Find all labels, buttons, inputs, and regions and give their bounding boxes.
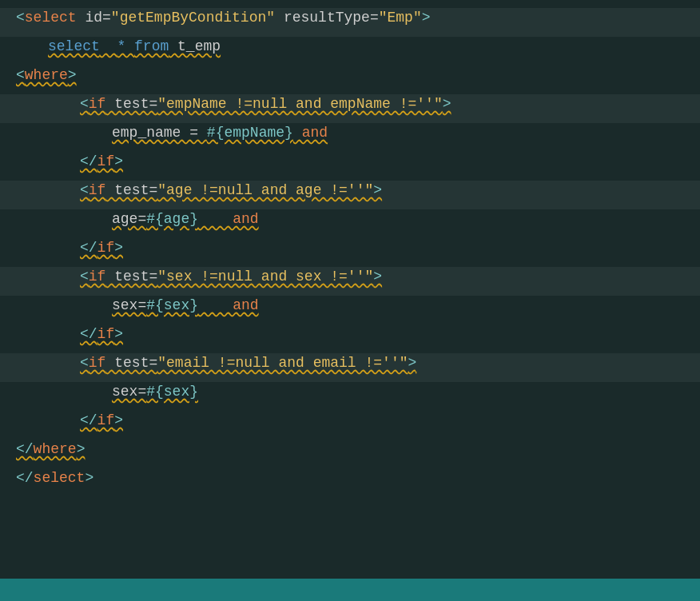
- code-token: id=: [77, 10, 111, 26]
- code-token: <: [16, 10, 25, 26]
- code-token: #{age}: [146, 211, 198, 227]
- line-content: </if>: [0, 240, 123, 256]
- code-token: <: [80, 182, 89, 198]
- line-content: emp_name = #{empName} and: [0, 125, 328, 141]
- line-content: </select>: [0, 470, 93, 486]
- code-token: </: [16, 441, 34, 457]
- code-token: if: [89, 269, 106, 285]
- code-token: >: [85, 470, 93, 486]
- code-token: t_emp: [169, 38, 221, 54]
- code-token: <: [80, 269, 89, 285]
- code-token: >: [77, 441, 86, 457]
- code-token: and: [198, 211, 259, 227]
- code-token: select: [25, 10, 77, 26]
- line-content: select * from t_emp: [0, 38, 221, 54]
- code-token: where: [25, 67, 68, 83]
- code-token: emp_name =: [112, 125, 207, 141]
- code-token: select: [48, 38, 100, 54]
- line-content: </if>: [0, 153, 123, 169]
- line-content: sex=#{sex} and: [0, 297, 259, 313]
- code-token: #{empName}: [207, 125, 293, 141]
- code-line: sex=#{sex}: [0, 382, 700, 411]
- code-editor: <select id="getEmpByCondition" resultTyp…: [0, 0, 700, 601]
- code-line: <if test="email !=null and email !=''">: [0, 353, 700, 382]
- code-line: <select id="getEmpByCondition" resultTyp…: [0, 8, 700, 37]
- code-token: >: [114, 326, 123, 342]
- line-content: age=#{age} and: [0, 211, 259, 227]
- line-content: <where>: [0, 67, 77, 83]
- code-line: sex=#{sex} and: [0, 296, 700, 324]
- code-token: if: [97, 153, 115, 169]
- code-token: </: [80, 153, 97, 169]
- code-token: test=: [105, 182, 157, 198]
- code-token: #{sex}: [146, 297, 198, 313]
- code-token: if: [89, 96, 106, 112]
- code-line: </if>: [0, 411, 700, 440]
- code-token: and: [293, 125, 328, 141]
- code-token: test=: [105, 269, 157, 285]
- code-line: <if test="empName !=null and empName !='…: [0, 94, 700, 123]
- line-content: <select id="getEmpByCondition" resultTyp…: [0, 10, 431, 26]
- code-token: </: [16, 470, 34, 486]
- code-line: </if>: [0, 152, 700, 181]
- code-token: test=: [105, 355, 157, 371]
- code-token: >: [373, 182, 382, 198]
- code-token: where: [34, 441, 77, 457]
- code-token: <: [16, 67, 25, 83]
- code-line: age=#{age} and: [0, 209, 700, 238]
- code-token: if: [97, 240, 115, 256]
- code-token: >: [68, 67, 77, 83]
- code-token: "getEmpByCondition": [111, 10, 275, 26]
- code-line: emp_name = #{empName} and: [0, 123, 700, 152]
- code-token: if: [89, 182, 106, 198]
- code-token: resultType=: [275, 10, 379, 26]
- code-token: *: [117, 38, 134, 54]
- line-content: <if test="age !=null and age !=''">: [0, 182, 382, 198]
- code-token: >: [373, 269, 382, 285]
- code-line: select * from t_emp: [0, 37, 700, 66]
- code-token: "age !=null and age !=''": [157, 182, 373, 198]
- code-token: </: [80, 326, 97, 342]
- code-token: >: [114, 412, 123, 428]
- status-bar: [0, 579, 700, 601]
- code-line: </if>: [0, 324, 700, 353]
- line-content: <if test="email !=null and email !=''">: [0, 355, 416, 371]
- code-line: </if>: [0, 238, 700, 267]
- code-token: if: [97, 412, 115, 428]
- code-token: >: [422, 10, 431, 26]
- code-token: >: [408, 355, 417, 371]
- line-content: </if>: [0, 326, 123, 342]
- code-line: </where>: [0, 440, 700, 468]
- line-content: sex=#{sex}: [0, 384, 198, 400]
- code-line: <where>: [0, 66, 700, 94]
- code-token: "Emp": [379, 10, 422, 26]
- code-token: <: [80, 355, 89, 371]
- code-token: sex=: [112, 297, 146, 313]
- code-lines: <select id="getEmpByCondition" resultTyp…: [0, 8, 700, 497]
- line-content: <if test="empName !=null and empName !='…: [0, 96, 451, 112]
- code-token: if: [97, 326, 115, 342]
- code-token: "email !=null and email !=''": [157, 355, 408, 371]
- code-token: <: [80, 96, 89, 112]
- line-content: </where>: [0, 441, 85, 457]
- code-token: select: [34, 470, 86, 486]
- code-token: test=: [105, 96, 157, 112]
- code-token: "empName !=null and empName !=''": [157, 96, 442, 112]
- code-token: </: [80, 412, 97, 428]
- code-token: >: [443, 96, 451, 112]
- code-token: from: [134, 38, 169, 54]
- code-token: "sex !=null and sex !=''": [157, 269, 373, 285]
- code-token: if: [89, 355, 106, 371]
- code-line: <if test="sex !=null and sex !=''">: [0, 267, 700, 296]
- code-token: sex=: [112, 384, 146, 400]
- code-line: <if test="age !=null and age !=''">: [0, 181, 700, 209]
- line-content: <if test="sex !=null and sex !=''">: [0, 269, 382, 285]
- code-token: age=: [112, 211, 146, 227]
- line-content: </if>: [0, 412, 123, 428]
- code-token: >: [114, 240, 123, 256]
- code-token: and: [198, 297, 259, 313]
- code-token: #{sex}: [146, 384, 198, 400]
- code-line: </select>: [0, 468, 700, 497]
- code-token: >: [114, 153, 123, 169]
- code-token: [100, 38, 117, 54]
